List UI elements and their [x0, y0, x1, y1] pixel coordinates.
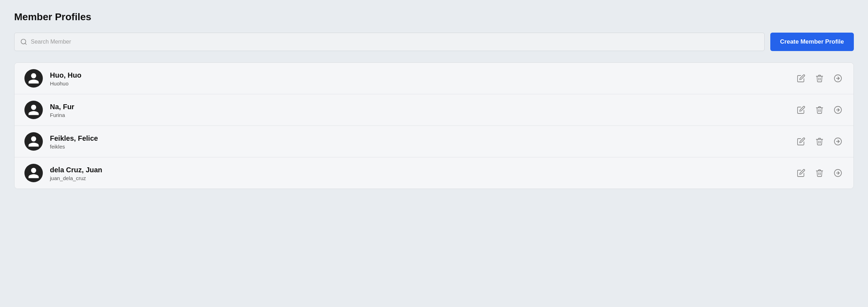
- edit-icon: [797, 137, 805, 146]
- edit-icon: [797, 169, 805, 177]
- avatar: [24, 164, 43, 182]
- delete-icon: [815, 106, 824, 114]
- arrow-circle-right-icon: [834, 106, 842, 114]
- table-row: dela Cruz, Juan juan_dela_cruz: [15, 157, 853, 189]
- edit-button[interactable]: [795, 104, 807, 116]
- delete-icon: [815, 169, 824, 177]
- user-avatar-icon: [27, 135, 40, 148]
- avatar: [24, 101, 43, 119]
- member-info: Na, Fur Furina: [50, 102, 795, 118]
- edit-button[interactable]: [795, 73, 807, 84]
- search-icon: [20, 38, 27, 45]
- member-name: Feikles, Felice: [50, 134, 795, 143]
- avatar: [24, 132, 43, 151]
- delete-button[interactable]: [814, 136, 825, 147]
- member-actions: [795, 104, 844, 116]
- delete-button[interactable]: [814, 73, 825, 84]
- user-avatar-icon: [27, 72, 40, 85]
- member-info: Huo, Huo Huohuo: [50, 71, 795, 86]
- search-bar: [14, 33, 765, 51]
- member-name: Huo, Huo: [50, 71, 795, 80]
- member-info: Feikles, Felice feikles: [50, 134, 795, 150]
- member-actions: [795, 167, 844, 179]
- arrow-circle-right-icon: [834, 74, 842, 83]
- edit-icon: [797, 74, 805, 83]
- delete-icon: [815, 74, 824, 83]
- delete-button[interactable]: [814, 167, 825, 179]
- navigate-button[interactable]: [832, 73, 844, 84]
- arrow-circle-right-icon: [834, 137, 842, 146]
- member-actions: [795, 73, 844, 84]
- table-row: Huo, Huo Huohuo: [15, 63, 853, 94]
- delete-icon: [815, 137, 824, 146]
- members-list: Huo, Huo Huohuo: [14, 62, 854, 189]
- create-member-profile-button[interactable]: Create Member Profile: [770, 33, 854, 51]
- user-avatar-icon: [27, 167, 40, 179]
- member-name: dela Cruz, Juan: [50, 165, 795, 174]
- arrow-circle-right-icon: [834, 169, 842, 177]
- page-title: Member Profiles: [14, 11, 854, 23]
- user-avatar-icon: [27, 104, 40, 116]
- edit-icon: [797, 106, 805, 114]
- navigate-button[interactable]: [832, 104, 844, 116]
- avatar: [24, 69, 43, 88]
- member-username: feikles: [50, 144, 795, 150]
- navigate-button[interactable]: [832, 167, 844, 179]
- table-row: Feikles, Felice feikles: [15, 126, 853, 157]
- search-input[interactable]: [31, 39, 759, 45]
- member-username: juan_dela_cruz: [50, 175, 795, 181]
- member-actions: [795, 136, 844, 147]
- member-username: Furina: [50, 112, 795, 118]
- edit-button[interactable]: [795, 136, 807, 147]
- svg-line-1: [25, 43, 27, 45]
- member-info: dela Cruz, Juan juan_dela_cruz: [50, 165, 795, 181]
- toolbar: Create Member Profile: [14, 33, 854, 51]
- delete-button[interactable]: [814, 104, 825, 116]
- member-username: Huohuo: [50, 80, 795, 86]
- edit-button[interactable]: [795, 167, 807, 179]
- member-name: Na, Fur: [50, 102, 795, 111]
- navigate-button[interactable]: [832, 136, 844, 147]
- table-row: Na, Fur Furina: [15, 94, 853, 126]
